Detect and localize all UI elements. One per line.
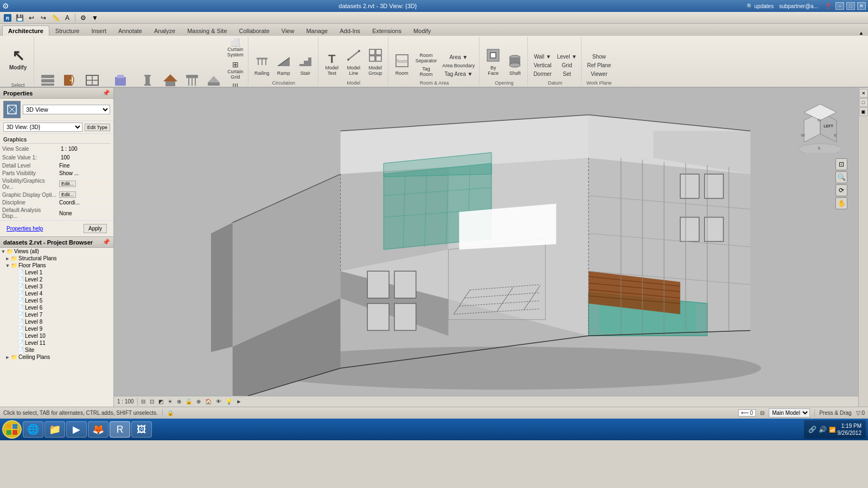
area-button[interactable]: Area ▼ <box>440 53 477 61</box>
scale-value-input[interactable] <box>59 154 111 161</box>
taskbar-revit-button[interactable]: R <box>110 421 130 438</box>
properties-pin[interactable]: 📌 <box>103 89 110 97</box>
mullion-button[interactable]: ||| Mullion <box>225 81 246 88</box>
view-type-dropdown[interactable]: 3D View <box>23 105 110 114</box>
start-button[interactable] <box>2 420 22 439</box>
modify-button[interactable]: ↖ Modify <box>4 37 31 80</box>
tree-item-level-1[interactable]: 📄 Level 1 <box>0 269 113 276</box>
tag-area-button[interactable]: Tag Area ▼ <box>440 70 477 78</box>
app-menu-button[interactable]: R <box>2 13 13 23</box>
viewport[interactable]: LEFT N S W E ⊡ 🔍 ⟳ ✋ 1 : 100 <box>114 88 858 407</box>
view-scale-input[interactable] <box>59 145 111 152</box>
ramp-button[interactable]: Ramp <box>273 51 294 78</box>
tab-manage[interactable]: Manage <box>300 25 334 36</box>
visibility-edit-button[interactable]: Edit... <box>59 181 76 187</box>
sync-view-button[interactable]: ⊟ <box>140 399 146 404</box>
minimize-button[interactable]: – <box>835 2 844 10</box>
shaft-button[interactable]: Shaft <box>505 51 525 78</box>
tree-item-level-9[interactable]: 📄 Level 9 <box>0 325 113 332</box>
level-button[interactable]: Level ▼ <box>555 53 579 61</box>
tree-item-level-7[interactable]: 📄 Level 7 <box>0 311 113 318</box>
annotate-button[interactable]: A <box>62 13 73 23</box>
undo-button[interactable]: ↩ <box>26 13 37 23</box>
stair-button[interactable]: Stair <box>295 51 316 78</box>
model-line-button[interactable]: ModelLine <box>343 46 364 78</box>
more-button[interactable]: ► <box>235 399 243 404</box>
wall-button[interactable]: Wall <box>37 70 58 88</box>
component-button[interactable]: Component <box>105 70 136 88</box>
show-crop-button[interactable]: ⊕ <box>176 399 182 404</box>
tree-item-views-all[interactable]: ▼ 📁 Views (all) <box>0 248 113 255</box>
browser-tree[interactable]: ▼ 📁 Views (all) ► 📁 Structural Plans ▼ 📁… <box>0 248 113 399</box>
tree-item-level-5[interactable]: 📄 Level 5 <box>0 297 113 304</box>
room-separator-button[interactable]: RoomSeparator <box>413 52 439 65</box>
tree-item-level-8[interactable]: 📄 Level 8 <box>0 318 113 325</box>
tab-analyze[interactable]: Analyze <box>148 25 181 36</box>
floor-button[interactable]: Floor <box>203 70 224 88</box>
dropdown-button[interactable]: ▼ <box>90 13 100 23</box>
view-instance-dropdown[interactable]: 3D View: {3D} <box>3 123 82 132</box>
tab-collaborate[interactable]: Collaborate <box>233 25 276 36</box>
viewer-button[interactable]: Viewer <box>585 70 613 78</box>
tree-item-level-10[interactable]: 📄 Level 10 <box>0 332 113 339</box>
tree-item-floor-plans[interactable]: ▼ 📁 Floor Plans <box>0 262 113 269</box>
detail-level-button[interactable]: ⊡ <box>149 399 155 404</box>
taskbar-photo-button[interactable]: 🖼 <box>131 421 152 438</box>
ref-plane-button[interactable]: Ref Plane <box>585 61 613 69</box>
reveal-hidden-button[interactable]: 💡 <box>225 399 233 404</box>
zoom-extents-button[interactable]: ⊡ <box>835 158 847 170</box>
tree-item-level-2[interactable]: 📄 Level 2 <box>0 276 113 283</box>
tab-addins[interactable]: Add-Ins <box>334 25 366 36</box>
measure-button[interactable]: 📏 <box>50 13 61 23</box>
tree-item-structural-plans[interactable]: ► 📁 Structural Plans <box>0 255 113 262</box>
apply-button[interactable]: Apply <box>84 224 107 233</box>
taskbar-media-button[interactable]: ▶ <box>66 421 87 438</box>
tab-insert[interactable]: Insert <box>85 25 112 36</box>
tree-item-level-6[interactable]: 📄 Level 6 <box>0 304 113 311</box>
area-boundary-button[interactable]: Area Boundary <box>440 62 477 69</box>
temporary-hide-button[interactable]: 👁 <box>215 399 222 404</box>
vertical-button[interactable]: Vertical <box>531 61 553 69</box>
model-group-button[interactable]: ModelGroup <box>365 46 386 78</box>
tree-item-level-4[interactable]: 📄 Level 4 <box>0 290 113 297</box>
room-button[interactable]: Room Room <box>392 51 412 78</box>
window-button[interactable]: Window <box>81 70 104 88</box>
tag-room-button[interactable]: TagRoom <box>413 65 439 78</box>
view-cube[interactable]: LEFT N S W E <box>793 99 847 153</box>
redo-button[interactable]: ↪ <box>38 13 49 23</box>
curtain-system-button[interactable]: ⬜ CurtainSystem <box>225 37 246 59</box>
help-icon[interactable]: ❓ <box>825 3 831 9</box>
visual-style-button[interactable]: ◩ <box>157 399 164 404</box>
restore-button[interactable]: □ <box>859 98 868 107</box>
datum-wall-button[interactable]: Wall ▼ <box>531 53 553 61</box>
model-text-button[interactable]: T ModelText <box>322 51 342 78</box>
tab-view[interactable]: View <box>276 25 301 36</box>
tree-item-site[interactable]: 📄 Site <box>0 346 113 354</box>
roof-button[interactable]: Roof <box>160 70 181 88</box>
set-button[interactable]: Set <box>555 70 579 78</box>
3d-view-button[interactable]: 🏠 <box>204 399 213 404</box>
save-button[interactable]: 💾 <box>14 13 25 23</box>
graphic-display-edit-button[interactable]: Edit... <box>59 191 76 198</box>
taskbar-firefox-button[interactable]: 🦊 <box>88 421 108 438</box>
tree-item-level-3[interactable]: 📄 Level 3 <box>0 283 113 290</box>
grid-button[interactable]: Grid <box>555 61 579 69</box>
ribbon-collapse-button[interactable]: ▲ <box>859 30 864 36</box>
tab-annotate[interactable]: Annotate <box>112 25 148 36</box>
properties-help-link[interactable]: Properties help <box>3 224 46 233</box>
door-button[interactable]: Door <box>59 70 80 88</box>
dormer-button[interactable]: Dormer <box>531 70 553 78</box>
tab-structure[interactable]: Structure <box>49 25 86 36</box>
shadows-button[interactable]: ☀ <box>167 399 174 404</box>
railing-button[interactable]: Railing <box>252 51 272 78</box>
column-button[interactable]: Column <box>137 70 159 88</box>
close-button[interactable]: ✕ <box>857 2 866 10</box>
search-box[interactable]: 🔍 updates <box>746 3 774 9</box>
taskbar-explorer-button[interactable]: 📁 <box>44 421 65 438</box>
edit-type-button[interactable]: Edit Type <box>85 124 110 131</box>
tab-extensions[interactable]: Extensions <box>366 25 407 36</box>
tree-item-ceiling-plans[interactable]: ► 📁 Ceiling Plans <box>0 354 113 361</box>
settings-button[interactable]: ⚙ <box>78 13 88 23</box>
close-sidebar-button[interactable]: ✕ <box>859 89 868 98</box>
tree-item-level-11[interactable]: 📄 Level 11 <box>0 339 113 346</box>
